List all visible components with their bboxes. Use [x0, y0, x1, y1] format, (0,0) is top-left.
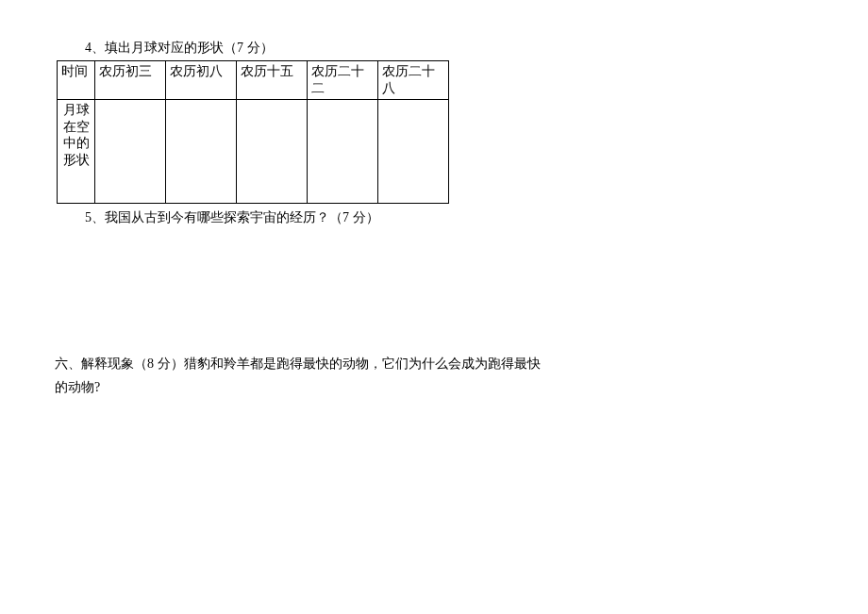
header-date-3: 农历十五 — [237, 61, 308, 100]
header-date-4: 农历二十二 — [308, 61, 378, 100]
shape-cell-2 — [166, 100, 237, 204]
question-6-prompt: 六、解释现象（8 分）猎豹和羚羊都是跑得最快的动物，它们为什么会成为跑得最快 的… — [55, 352, 576, 399]
q6-line1: 六、解释现象（8 分）猎豹和羚羊都是跑得最快的动物，它们为什么会成为跑得最快 — [55, 357, 541, 371]
header-time-label: 时间 — [58, 61, 95, 100]
shape-label-text: 月球在空中的形状 — [61, 102, 91, 168]
shape-cell-4 — [308, 100, 378, 204]
question-5-prompt: 5、我国从古到今有哪些探索宇宙的经历？（7 分） — [85, 207, 576, 228]
shape-cell-1 — [95, 100, 166, 204]
table-header-row: 时间 农历初三 农历初八 农历十五 农历二十二 农历二十八 — [58, 61, 449, 100]
shape-cell-5 — [378, 100, 449, 204]
table-body-row: 月球在空中的形状 — [58, 100, 449, 204]
moon-phase-table: 时间 农历初三 农历初八 农历十五 农历二十二 农历二十八 月球在空中的形状 — [57, 60, 449, 204]
question-4-prompt: 4、填出月球对应的形状（7 分） — [85, 38, 576, 58]
shape-cell-3 — [237, 100, 308, 204]
header-date-1: 农历初三 — [95, 61, 166, 100]
q6-line2: 的动物? — [55, 380, 100, 394]
moon-table-wrap: 时间 农历初三 农历初八 农历十五 农历二十二 农历二十八 月球在空中的形状 — [57, 60, 576, 204]
exam-content: 4、填出月球对应的形状（7 分） 时间 农历初三 农历初八 农历十五 农历二十二… — [28, 38, 576, 399]
row-shape-label: 月球在空中的形状 — [58, 100, 95, 204]
header-date-5: 农历二十八 — [378, 61, 449, 100]
header-date-2: 农历初八 — [166, 61, 237, 100]
